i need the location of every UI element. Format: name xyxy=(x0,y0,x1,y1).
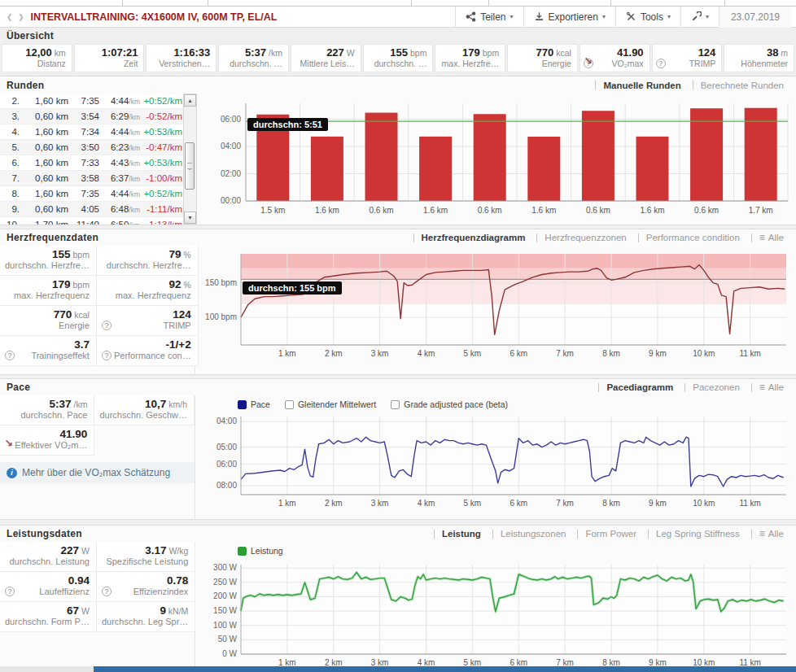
help-icon[interactable]: ? xyxy=(102,321,112,330)
settings-button[interactable]: ▾ xyxy=(680,7,719,28)
vo2max-info-link[interactable]: i Mehr über die VO₂max Schätzung xyxy=(0,462,195,483)
legend-checkbox[interactable] xyxy=(238,400,247,409)
stat-label: durchschn. Geschw… xyxy=(99,410,187,420)
lap-table-scrollbar[interactable]: ▲ ▼ xyxy=(183,94,197,225)
link-separator xyxy=(577,530,578,539)
lap-pace: 4:43/km xyxy=(99,158,140,168)
stat-value: 92 % xyxy=(102,278,191,290)
lap-row[interactable]: 3.0,60 km3:546:29/km-0:52/km xyxy=(0,109,183,124)
lap-table: 2.1,60 km7:354:44/km+0:52/km3.0,60 km3:5… xyxy=(0,94,183,225)
lap-pace-diff: -1:00/km xyxy=(140,173,182,183)
prev-activity-icon[interactable]: ❮ xyxy=(7,13,15,21)
pace-link-0[interactable]: Pacediagramm xyxy=(593,382,679,392)
scroll-up-icon[interactable]: ▲ xyxy=(184,94,196,107)
lap-pace-unit: /km xyxy=(129,175,140,183)
legend-item[interactable]: Grade adjusted pace (beta) xyxy=(391,399,508,409)
power-link-1[interactable]: Leistungszonen xyxy=(487,529,572,539)
stat-label-text: Zeit xyxy=(124,59,138,68)
stat-label: durchschn. Herzfre… xyxy=(102,260,191,270)
lap-row[interactable]: 4.1,60 km7:344:44/km+0:53/km xyxy=(0,124,183,140)
power-legend: Leistung xyxy=(199,543,794,558)
link-separator xyxy=(693,81,693,89)
stat-label-text: durchschn. Leistung xyxy=(9,556,89,566)
power-link-2[interactable]: Form Power xyxy=(571,529,642,539)
help-icon[interactable]: ? xyxy=(5,351,15,360)
svg-text:7 km: 7 km xyxy=(556,349,574,358)
stat-label-text: VO₂max xyxy=(612,59,644,68)
heart-link-3[interactable]: ≡Alle xyxy=(746,232,789,243)
stat-label-text: durchschn. Geschw… xyxy=(99,410,187,420)
stat-label-text: durchschn. Form P… xyxy=(5,617,90,626)
link-label: Leistung xyxy=(442,529,481,539)
lap-row[interactable]: 7.0,60 km3:586:37/km-1:00/km xyxy=(0,171,183,186)
pace-legend: PaceGleitender MittelwertGrade adjusted … xyxy=(199,397,794,412)
legend-item[interactable]: Pace xyxy=(238,399,270,409)
tools-button[interactable]: Tools ▾ xyxy=(615,7,680,28)
stat-value: 124 xyxy=(656,46,716,59)
heart-rate-chart[interactable]: 1 km2 km3 km4 km5 km6 km7 km8 km9 km10 k… xyxy=(195,246,796,374)
stat-label: max. Herzfrequenz xyxy=(5,290,90,300)
stat-unit: bpm xyxy=(71,250,90,260)
lap-row[interactable]: 10.1,70 km11:406:50/km-1:13/km xyxy=(0,217,183,225)
scrollbar-thumb[interactable] xyxy=(185,142,195,190)
legend-checkbox[interactable] xyxy=(285,400,294,409)
power-chart[interactable]: Leistung 1 km2 km3 km4 km5 km6 km7 km8 k… xyxy=(195,542,796,672)
heart-link-0[interactable]: Herzfrequenzdiagramm xyxy=(408,233,531,242)
share-button[interactable]: Teilen ▾ xyxy=(455,7,523,28)
power-view-links: LeistungLeistungszonenForm PowerLeg Spri… xyxy=(428,528,789,539)
stat-label: max. Herzfrequenz xyxy=(102,290,191,300)
legend-label: Pace xyxy=(251,399,270,409)
next-activity-icon[interactable]: ❯ xyxy=(18,13,26,21)
lap-row[interactable]: 6.1,60 km7:334:43/km+0:53/km xyxy=(0,155,183,171)
legend-checkbox[interactable] xyxy=(238,547,247,556)
stat-unit: bpm xyxy=(71,280,90,290)
laps-link-0[interactable]: Manuelle Runden xyxy=(589,81,686,90)
pace-link-2[interactable]: ≡Alle xyxy=(746,382,789,393)
overview-stat: 155 bpmdurchschn. … xyxy=(363,44,434,72)
stat-value: 227 W xyxy=(5,544,90,556)
export-button[interactable]: Exportieren ▾ xyxy=(523,7,615,28)
stat-label: durchschn. Pace xyxy=(5,410,87,420)
svg-text:02:00: 02:00 xyxy=(221,169,241,178)
export-label: Exportieren xyxy=(549,11,598,23)
stat-label: durchschn. Form P… xyxy=(5,617,90,626)
link-label: Leistungszonen xyxy=(501,529,566,539)
lap-time: 11:40 xyxy=(68,220,99,225)
svg-text:6 km: 6 km xyxy=(510,499,527,508)
legend-item[interactable]: Gleitender Mittelwert xyxy=(285,399,376,409)
legend-checkbox[interactable] xyxy=(391,400,400,409)
power-link-4[interactable]: ≡Alle xyxy=(746,528,789,539)
heart-link-1[interactable]: Herzfrequenzzonen xyxy=(531,233,632,242)
svg-text:06:00: 06:00 xyxy=(221,115,241,124)
legend-item[interactable]: Leistung xyxy=(238,546,283,556)
lap-row[interactable]: 8.1,60 km7:354:44/km+0:52/km xyxy=(0,186,183,202)
activity-date[interactable]: 23.07.2019 xyxy=(719,7,791,28)
power-link-0[interactable]: Leistung xyxy=(428,529,487,539)
help-icon[interactable]: ? xyxy=(5,587,15,596)
heart-link-2[interactable]: Performance condition xyxy=(632,233,746,242)
stat-label-text: durchschn. … xyxy=(374,59,427,68)
stat-unit: W xyxy=(79,606,90,616)
help-icon[interactable]: ? xyxy=(102,587,112,596)
laps-chart[interactable]: 00:0002:0004:0006:001.5 km1.6 km0.6 km1.… xyxy=(197,94,796,225)
pace-chart[interactable]: PaceGleitender MittelwertGrade adjusted … xyxy=(195,395,796,519)
lap-row[interactable]: 5.0,60 km3:506:23/km-0:47/km xyxy=(0,140,183,155)
stat-value: 227 W xyxy=(295,46,355,59)
lap-pace-diff: +0:52/km xyxy=(140,189,182,199)
power-link-3[interactable]: Leg Spring Stiffness xyxy=(642,529,746,539)
stat-cell: 9 kN/Mdurchschn. Leg Spr… xyxy=(97,602,195,632)
pace-link-1[interactable]: Pacezonen xyxy=(679,382,746,392)
scroll-down-icon[interactable]: ▼ xyxy=(184,212,196,224)
lap-row[interactable]: 9.0,60 km4:056:48/km-1:11/km xyxy=(0,202,183,217)
lap-pace-unit: /km xyxy=(129,144,140,152)
svg-text:6 km: 6 km xyxy=(510,349,527,358)
help-icon[interactable]: ? xyxy=(656,59,666,68)
lap-row[interactable]: 2.1,60 km7:354:44/km+0:52/km xyxy=(0,94,183,109)
lap-index: 9. xyxy=(0,204,20,214)
stat-unit: /km xyxy=(72,399,88,409)
svg-text:5 km: 5 km xyxy=(464,349,482,358)
hamburger-icon: ≡ xyxy=(759,382,765,393)
laps-link-1[interactable]: Berechnete Runden xyxy=(687,81,789,90)
stat-label-text: durchschn. Leg Spr… xyxy=(102,617,188,626)
help-icon[interactable]: ? xyxy=(102,351,112,360)
